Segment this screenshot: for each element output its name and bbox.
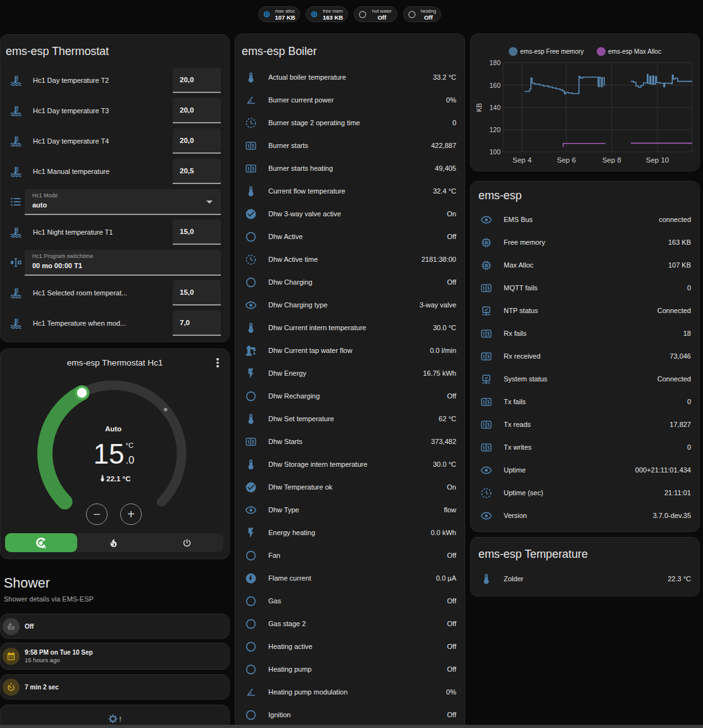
svg-text:Sep 4: Sep 4 xyxy=(513,156,532,164)
svg-text:KB: KB xyxy=(475,103,483,112)
svg-text:22.1 °C: 22.1 °C xyxy=(106,475,130,483)
svg-text:Sep 8: Sep 8 xyxy=(602,156,621,164)
svg-text:100: 100 xyxy=(489,148,501,156)
svg-text:.0: .0 xyxy=(126,454,135,466)
svg-text:180: 180 xyxy=(489,59,501,66)
svg-text:ems-esp Max Alloc: ems-esp Max Alloc xyxy=(608,48,661,55)
svg-text:Auto: Auto xyxy=(105,425,121,433)
svg-text:160: 160 xyxy=(489,82,501,89)
svg-text:Sep 10: Sep 10 xyxy=(646,156,669,164)
svg-text:°C: °C xyxy=(126,441,134,449)
svg-text:120: 120 xyxy=(489,126,501,133)
svg-text:ems-esp Free memory: ems-esp Free memory xyxy=(520,48,584,55)
svg-text:140: 140 xyxy=(489,104,501,111)
svg-text:Sep 6: Sep 6 xyxy=(557,156,576,164)
svg-text:15: 15 xyxy=(94,438,125,469)
